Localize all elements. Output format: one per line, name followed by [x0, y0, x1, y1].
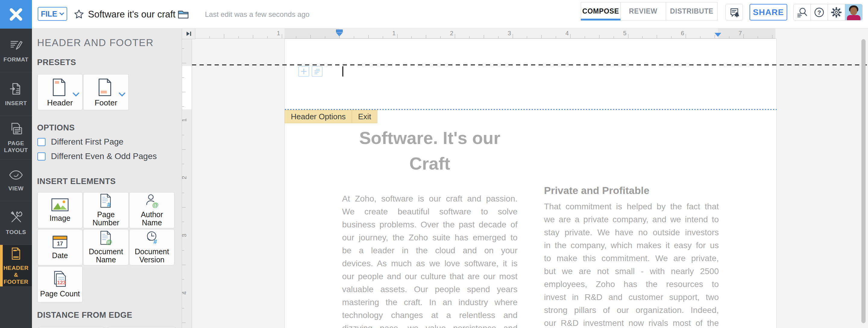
right-indent-marker[interactable] — [715, 33, 721, 37]
plus-icon — [300, 68, 307, 75]
page-number-icon: # — [98, 194, 114, 208]
header-distance-guide-line — [192, 64, 868, 65]
header-layout-button[interactable] — [312, 66, 322, 77]
header-context-toolbar: Header Options Exit — [284, 110, 377, 123]
body-column-left: At Zoho, software is our craft and passi… — [342, 192, 518, 328]
insert-elements-heading: INSERT ELEMENTS — [37, 177, 116, 186]
preset-footer-button[interactable]: Footer — [83, 74, 129, 110]
insert-document-version-button[interactable]: # Document Version — [129, 229, 175, 265]
text-cursor — [342, 66, 343, 76]
document-name-icon: @ — [98, 231, 114, 245]
sidebar-item-insert[interactable]: INSERT — [0, 72, 32, 116]
utility-icon-group: ? — [793, 4, 863, 21]
chevron-down-icon[interactable] — [73, 93, 79, 97]
document-heading-line1: Software. It's our — [342, 125, 518, 151]
page-count-icon: 123 — [52, 271, 68, 287]
writer-logo[interactable] — [0, 0, 32, 29]
tab-stop-selector[interactable] — [182, 29, 195, 39]
avatar-shirt — [847, 15, 861, 20]
document-heading-line2: Craft — [342, 151, 518, 176]
chevron-down-icon — [59, 12, 64, 16]
list-lines-icon — [313, 68, 321, 75]
first-line-indent-marker[interactable] — [336, 30, 343, 32]
gear-icon — [831, 7, 842, 18]
sidebar-item-view[interactable]: VIEW — [0, 160, 32, 201]
sidebar-item-header-footer[interactable]: HEADER & FOOTER — [0, 245, 32, 287]
insert-page-number-button[interactable]: # Page Number — [83, 192, 129, 228]
search-icon — [796, 7, 808, 18]
top-bar: FILE Software it's our craft Last edit w… — [0, 0, 868, 29]
ruler-right-margin-shade — [718, 29, 775, 38]
view-icon — [8, 169, 24, 181]
header-region-indicator — [182, 66, 192, 109]
mode-tabs: COMPOSE REVIEW DISTRIBUTE — [581, 2, 718, 21]
author-name-icon: @ — [144, 194, 159, 208]
chevron-down-icon[interactable] — [119, 93, 125, 97]
image-icon — [51, 198, 69, 211]
sidebar-item-tools[interactable]: TOOLS — [0, 201, 32, 245]
ruler-collapse-icon — [185, 30, 192, 37]
document-version-icon: # — [144, 231, 160, 245]
insert-document-name-button[interactable]: @ Document Name — [83, 229, 129, 265]
tab-review[interactable]: REVIEW — [620, 2, 666, 21]
insert-icon — [9, 81, 23, 96]
header-add-content-button[interactable] — [299, 66, 309, 77]
svg-text:@: @ — [152, 201, 158, 208]
help-icon: ? — [813, 7, 825, 18]
insert-page-count-button[interactable]: 123 Page Count — [37, 266, 83, 302]
presets-heading: PRESETS — [37, 58, 76, 67]
option-different-first-page[interactable]: Different First Page — [37, 137, 124, 147]
share-button[interactable]: SHARE — [749, 4, 787, 21]
svg-text:?: ? — [817, 9, 821, 16]
sidebar-item-page-layout[interactable]: PAGE LAYOUT — [0, 116, 32, 160]
folder-icon[interactable] — [178, 10, 189, 20]
header-options-button[interactable]: Header Options — [285, 110, 352, 123]
search-button[interactable] — [794, 4, 811, 20]
document-heading: Software. It's our Craft — [342, 125, 518, 176]
comments-notification-button[interactable] — [725, 4, 743, 21]
tab-compose[interactable]: COMPOSE — [581, 2, 621, 21]
insert-date-button[interactable]: 17 Date — [37, 229, 83, 265]
preset-header-button[interactable]: Header — [37, 74, 83, 110]
favorite-star-icon[interactable] — [74, 9, 84, 21]
body-subheading: Private and Profitable — [544, 185, 650, 196]
ruler-left-margin-shade — [284, 29, 339, 38]
body-column-right: That commitment is helped by the fact th… — [544, 200, 719, 328]
footer-preset-icon — [98, 78, 112, 96]
svg-text:@: @ — [106, 238, 112, 245]
user-avatar[interactable] — [845, 4, 862, 20]
sidebar-item-format[interactable]: FORMAT — [0, 29, 32, 72]
vertical-ruler[interactable]: 1234 — [182, 39, 192, 328]
avatar-face — [850, 7, 857, 15]
distance-from-edge-heading: DISTANCE FROM EDGE — [37, 310, 132, 320]
svg-text:123: 123 — [57, 280, 66, 286]
checkbox-different-even-odd[interactable] — [37, 153, 45, 161]
date-icon: 17 — [52, 235, 68, 249]
option-different-even-odd[interactable]: Different Even & Odd Pages — [37, 152, 157, 161]
panel-title: HEADER AND FOOTER — [37, 37, 154, 48]
file-menu-button[interactable]: FILE — [38, 7, 67, 21]
header-exit-button[interactable]: Exit — [352, 110, 377, 123]
comment-bell-icon — [729, 7, 740, 18]
x-logo-icon — [7, 6, 25, 23]
tab-distribute[interactable]: DISTRIBUTE — [666, 2, 718, 21]
header-footer-icon — [9, 247, 23, 261]
document-title[interactable]: Software it's our craft — [88, 0, 176, 29]
header-footer-panel: HEADER AND FOOTER PRESETS Header Footer … — [32, 29, 182, 328]
help-button[interactable]: ? — [811, 4, 828, 20]
settings-button[interactable] — [828, 4, 845, 20]
vertical-scrollbar[interactable] — [861, 39, 866, 323]
zoho-writer-app: FILE Software it's our craft Last edit w… — [0, 0, 868, 328]
document-canvas: 11234567 1234 Header Options Exit Softwa… — [182, 29, 868, 328]
horizontal-ruler[interactable]: 11234567 — [182, 29, 775, 38]
svg-text:#: # — [153, 238, 157, 245]
checkbox-different-first-page[interactable] — [37, 138, 45, 146]
file-menu-label: FILE — [41, 10, 57, 19]
left-sidebar: FORMAT INSERT PAGE LAYOUT VIEW TOOLS — [0, 29, 32, 328]
insert-image-button[interactable]: Image — [37, 192, 83, 228]
svg-text:17: 17 — [57, 241, 63, 247]
svg-text:#: # — [107, 201, 111, 208]
insert-author-name-button[interactable]: @ Author Name — [129, 192, 175, 228]
options-heading: OPTIONS — [37, 123, 75, 133]
last-edit-status: Last edit was a few seconds ago — [205, 0, 310, 29]
